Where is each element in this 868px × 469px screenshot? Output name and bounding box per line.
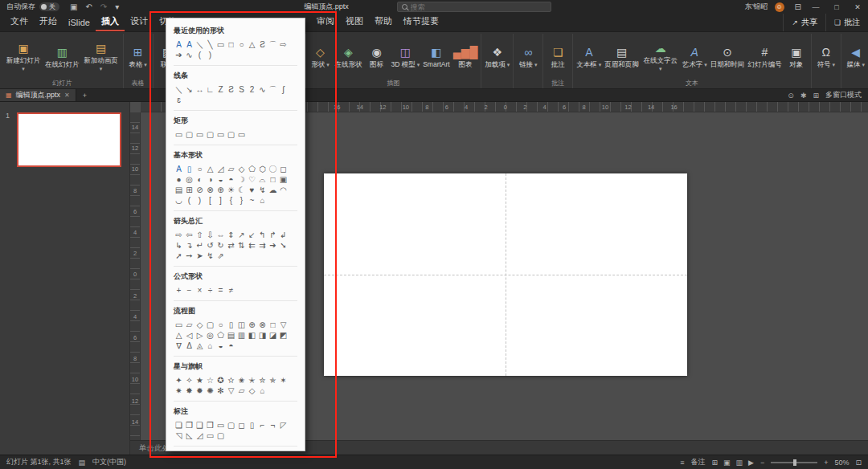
shape-item[interactable]: △ [205, 164, 215, 174]
shape-item[interactable]: ❒ [205, 420, 215, 430]
addins-button[interactable]: ❖ 加载项 [483, 44, 511, 69]
shape-item[interactable]: ➚ [174, 251, 184, 261]
minimize-button[interactable]: — [805, 0, 826, 14]
shape-item[interactable]: ↰ [257, 230, 268, 240]
shape-item[interactable]: ◧ [247, 330, 257, 341]
share-button[interactable]: ↗ 共享 [783, 14, 825, 31]
new-document-tab-button[interactable]: + [76, 92, 93, 100]
shape-item[interactable]: ❏ [174, 420, 184, 430]
tab-design[interactable]: 设计 [125, 12, 154, 31]
shape-item[interactable]: ◬ [194, 341, 205, 351]
shape-item[interactable]: = [215, 285, 226, 296]
shape-item[interactable]: ⊕ [215, 185, 226, 195]
shape-item[interactable]: ) [205, 50, 215, 60]
shape-item[interactable]: ▢ [205, 129, 215, 140]
shape-item[interactable]: ≠ [226, 285, 236, 296]
shape-item[interactable]: ⊗ [257, 320, 268, 330]
shape-item[interactable]: ▥ [236, 330, 247, 341]
links-button[interactable]: ∞ 链接 [515, 44, 541, 69]
shape-item[interactable]: S [236, 84, 247, 95]
shape-item[interactable]: ◠ [278, 185, 289, 195]
shape-item[interactable]: Δ [184, 341, 194, 351]
shape-item[interactable]: ↘ [184, 84, 194, 95]
shape-item[interactable]: ▢ [215, 430, 226, 441]
smartart-button[interactable]: ◧ SmartArt [421, 44, 452, 69]
shape-item[interactable]: ◺ [184, 430, 194, 441]
shape-item[interactable]: ✮ [257, 375, 268, 385]
shape-item[interactable]: ➙ [184, 251, 194, 261]
save-icon[interactable]: ▣ [70, 2, 77, 11]
shape-item[interactable]: ⇔ [215, 230, 226, 240]
shape-item[interactable]: ( [194, 50, 205, 60]
shape-item[interactable]: + [174, 285, 184, 296]
shape-item[interactable]: ▤ [226, 330, 236, 341]
shape-item[interactable]: ↻ [215, 240, 226, 251]
shape-item[interactable]: ⊗ [205, 185, 215, 195]
shape-item[interactable]: ▱ [236, 385, 247, 396]
shape-item[interactable]: ◓ [226, 341, 236, 351]
tab-insert[interactable]: 插入 [96, 12, 125, 31]
shape-item[interactable]: ✬ [236, 375, 247, 385]
shape-item[interactable]: ❑ [194, 420, 205, 430]
shape-item[interactable]: ~ [247, 195, 257, 206]
shape-item[interactable]: ▯ [247, 420, 257, 430]
slide-thumbnail[interactable] [18, 113, 121, 166]
shape-item[interactable]: ☆ [205, 375, 215, 385]
shape-item[interactable]: ❐ [184, 420, 194, 430]
shape-item[interactable]: ✧ [184, 375, 194, 385]
vertical-ruler[interactable]: 141210864202468101214 [130, 112, 141, 440]
shape-item[interactable]: ⇕ [226, 230, 236, 240]
shape-item[interactable]: ➔ [174, 50, 184, 60]
view-mode-icon[interactable]: ⊞ [711, 459, 718, 467]
tab-help[interactable]: 帮助 [369, 12, 398, 31]
shape-item[interactable]: ➤ [194, 251, 205, 261]
shape-item[interactable]: ◑ [205, 174, 215, 185]
shape-item[interactable]: ↳ [174, 240, 184, 251]
shape-item[interactable]: ▱ [226, 164, 236, 174]
shape-item[interactable]: ◁ [184, 330, 194, 341]
shape-item[interactable]: ▯ [226, 320, 236, 330]
shape-item[interactable]: ◩ [278, 330, 289, 341]
shape-item[interactable]: ∟ [205, 84, 215, 95]
online-shapes-button[interactable]: ◈ 在线形状 [334, 44, 364, 69]
shape-item[interactable]: [ [205, 195, 215, 206]
shape-item[interactable]: ▭ [215, 129, 226, 140]
zoom-level[interactable]: 50% [834, 459, 849, 467]
spellcheck-icon[interactable]: ▤ [79, 459, 86, 467]
redo-icon[interactable]: ↷ [100, 2, 107, 11]
tab-search-icon[interactable]: ⊙ [788, 92, 794, 100]
shape-item[interactable]: ▽ [226, 385, 236, 396]
zoom-out-button[interactable]: − [760, 459, 764, 467]
shape-item[interactable]: ○ [215, 320, 226, 330]
shape-item[interactable]: ◒ [215, 341, 226, 351]
shape-item[interactable]: ✷ [174, 385, 184, 396]
shape-item[interactable]: ▤ [174, 185, 184, 195]
shape-item[interactable]: ◇ [236, 164, 247, 174]
shape-item[interactable]: ¬ [268, 420, 278, 430]
shape-item[interactable]: ➘ [278, 240, 289, 251]
shapes-button[interactable]: ◇ 形状 [308, 44, 334, 69]
autosave-toggle[interactable]: 关 [39, 2, 59, 11]
shape-item[interactable]: ⇄ [226, 240, 236, 251]
shape-item[interactable]: ⊕ [247, 320, 257, 330]
shape-item[interactable]: ◇ [247, 385, 257, 396]
shape-item[interactable]: ⌐ [257, 420, 268, 430]
shape-item[interactable]: ✸ [184, 385, 194, 396]
shape-item[interactable]: ◎ [184, 174, 194, 185]
header-footer-button[interactable]: ▤ 页眉和页脚 [603, 44, 641, 69]
wordart-button[interactable]: A 艺术字 [681, 44, 709, 69]
shape-item[interactable]: ) [194, 195, 205, 206]
shape-item[interactable]: ↵ [194, 240, 205, 251]
notes-toggle-button[interactable]: 备注 [690, 457, 705, 467]
shape-item[interactable]: ⬠ [215, 330, 226, 341]
close-button[interactable]: ✕ [847, 0, 868, 14]
new-slide-button[interactable]: ▣ 新建幻灯片 [3, 40, 43, 72]
tab-settings-icon[interactable]: ✱ [800, 92, 807, 100]
shape-item[interactable]: ✭ [247, 375, 257, 385]
shape-item[interactable]: ▯ [184, 164, 194, 174]
shape-item[interactable]: ↺ [205, 240, 215, 251]
maximize-button[interactable]: □ [826, 0, 847, 14]
shape-item[interactable]: ▭ [174, 320, 184, 330]
shape-item[interactable]: ▢ [184, 129, 194, 140]
shape-item[interactable]: ☾ [236, 185, 247, 195]
